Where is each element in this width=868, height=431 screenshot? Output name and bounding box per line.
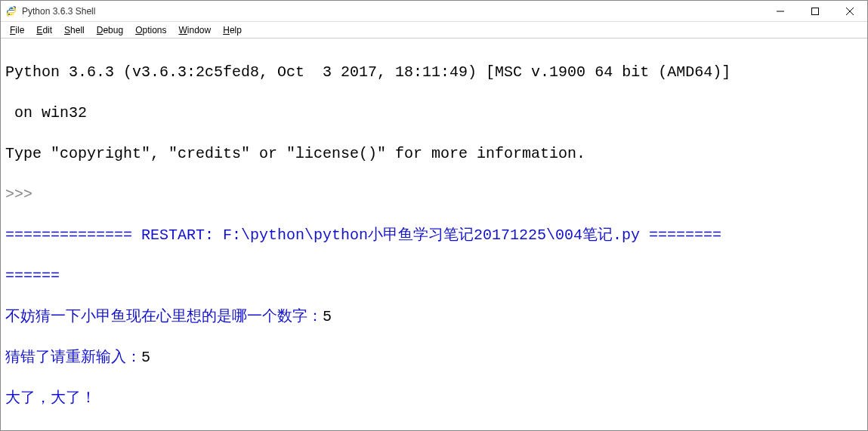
input-prompt: 不妨猜一下小甲鱼现在心里想的是哪一个数字： [5,308,323,325]
minimize-button[interactable] [763,1,798,21]
window-title: Python 3.6.3 Shell [22,6,95,17]
user-input: 5 [141,349,150,366]
output-line: 大了，大了！ [5,388,863,408]
menu-file[interactable]: File [5,23,32,37]
prompt: >>> [5,186,42,203]
restart-line: ============== RESTART: F:\python\python… [5,225,863,245]
menubar: File Edit Shell Debug Options Window Hel… [1,22,867,38]
restart-line: ====== [5,266,863,286]
menu-help[interactable]: Help [218,23,249,37]
banner-line: on win32 [5,103,863,123]
close-button[interactable] [832,1,867,21]
menu-debug[interactable]: Debug [92,23,131,37]
menu-options[interactable]: Options [131,23,174,37]
menu-window[interactable]: Window [175,23,219,37]
input-prompt: 猜错了请重新输入： [5,349,141,366]
menu-shell[interactable]: Shell [60,23,92,37]
titlebar: Python 3.6.3 Shell [1,1,867,22]
svg-point-0 [9,7,11,8]
menu-edit[interactable]: Edit [32,23,60,37]
user-input: 5 [323,308,332,325]
banner-line: Type "copyright", "credits" or "license(… [5,143,863,164]
svg-point-1 [12,14,14,15]
maximize-button[interactable] [798,1,832,21]
svg-rect-2 [812,8,819,14]
window-controls [763,1,867,21]
banner-line: Python 3.6.3 (v3.6.3:2c5fed8, Oct 3 2017… [5,62,863,82]
python-icon [5,5,17,17]
console-output[interactable]: Python 3.6.3 (v3.6.3:2c5fed8, Oct 3 2017… [1,38,867,431]
